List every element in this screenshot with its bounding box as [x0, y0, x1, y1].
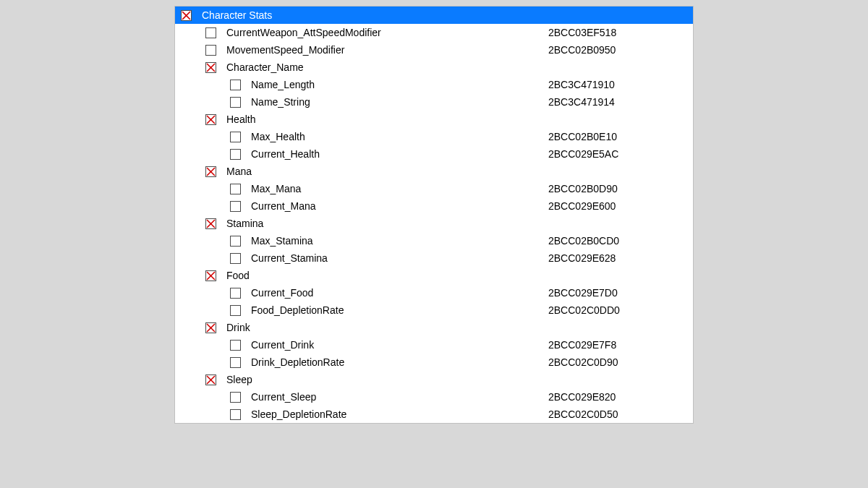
tree-group-row[interactable]: Sleep — [175, 371, 693, 388]
entry-label: MovementSpeed_Modifier — [226, 41, 344, 59]
entry-address: 2BCC029E7D0 — [548, 284, 693, 301]
checkbox-icon[interactable] — [230, 184, 241, 194]
tree-row[interactable]: Name_String 2BC3C471914 — [175, 93, 693, 111]
entry-address: 2BCC02C0D50 — [548, 406, 693, 423]
entry-address: 2BCC03EF518 — [548, 24, 693, 41]
checkbox-icon[interactable] — [205, 218, 216, 229]
tree-row[interactable]: Current_Food 2BCC029E7D0 — [175, 284, 693, 301]
entry-label: Current_Sleep — [251, 388, 316, 406]
tree-row[interactable]: Sleep_DepletionRate 2BCC02C0D50 — [175, 406, 693, 423]
group-label: Character_Name — [226, 59, 304, 76]
entry-address: 2BC3C471910 — [548, 76, 693, 93]
tree-root-label: Character Stats — [202, 7, 272, 24]
tree-row[interactable]: Food_DepletionRate 2BCC02C0DD0 — [175, 301, 693, 319]
tree-row[interactable]: Drink_DepletionRate 2BCC02C0D90 — [175, 354, 693, 371]
entry-label: Name_String — [251, 93, 310, 111]
checkbox-icon[interactable] — [230, 392, 241, 403]
tree-row[interactable]: Name_Length 2BC3C471910 — [175, 76, 693, 93]
checkbox-icon[interactable] — [181, 10, 192, 21]
entry-address: 2BCC02B0E10 — [548, 128, 693, 145]
tree-row[interactable]: Current_Drink 2BCC029E7F8 — [175, 336, 693, 354]
entry-address: 2BCC02B0D90 — [548, 180, 693, 197]
entry-address: 2BCC02B0CD0 — [548, 232, 693, 249]
entry-address: 2BCC02C0DD0 — [548, 301, 693, 319]
checkbox-icon[interactable] — [230, 149, 241, 160]
tree-row[interactable]: Max_Stamina 2BCC02B0CD0 — [175, 232, 693, 249]
checkbox-icon[interactable] — [230, 305, 241, 316]
tree-group-row[interactable]: Food — [175, 267, 693, 284]
entry-label: Name_Length — [251, 76, 315, 93]
entry-address: 2BCC029E5AC — [548, 145, 693, 163]
entry-label: Max_Health — [251, 128, 305, 145]
entry-address: 2BCC029E628 — [548, 249, 693, 267]
tree-row[interactable]: Current_Mana 2BCC029E600 — [175, 197, 693, 215]
checkbox-icon[interactable] — [230, 253, 241, 264]
tree-group-row[interactable]: Stamina — [175, 215, 693, 232]
entry-address: 2BC3C471914 — [548, 93, 693, 111]
entry-address: 2BCC02C0D90 — [548, 354, 693, 371]
checkbox-icon[interactable] — [230, 132, 241, 142]
group-label: Food — [226, 267, 250, 284]
tree-group-row[interactable]: Character_Name — [175, 59, 693, 76]
group-label: Mana — [226, 163, 252, 180]
checkbox-icon[interactable] — [205, 114, 216, 125]
tree-row[interactable]: Max_Health 2BCC02B0E10 — [175, 128, 693, 145]
entry-address: 2BCC029E7F8 — [548, 336, 693, 354]
group-label: Drink — [226, 319, 250, 336]
entry-label: Max_Mana — [251, 180, 301, 197]
tree-row[interactable]: Current_Sleep 2BCC029E820 — [175, 388, 693, 406]
checkbox-icon[interactable] — [205, 322, 216, 333]
entry-label: Sleep_DepletionRate — [251, 406, 346, 423]
tree-row[interactable]: Max_Mana 2BCC02B0D90 — [175, 180, 693, 197]
checkbox-icon[interactable] — [205, 45, 216, 56]
checkbox-icon[interactable] — [230, 201, 241, 212]
entry-label: Max_Stamina — [251, 232, 313, 249]
tree-group-row[interactable]: Health — [175, 111, 693, 128]
group-label: Stamina — [226, 215, 263, 232]
checkbox-icon[interactable] — [230, 97, 241, 108]
checkbox-icon[interactable] — [205, 374, 216, 385]
tree-row[interactable]: CurrentWeapon_AttSpeedModifier 2BCC03EF5… — [175, 24, 693, 41]
checkbox-icon[interactable] — [205, 166, 216, 177]
entry-label: Current_Food — [251, 284, 313, 301]
tree-panel: Character Stats CurrentWeapon_AttSpeedMo… — [174, 6, 694, 424]
group-label: Sleep — [226, 371, 252, 388]
tree-row[interactable]: Current_Stamina 2BCC029E628 — [175, 249, 693, 267]
entry-label: Current_Stamina — [251, 249, 328, 267]
entry-label: Current_Mana — [251, 197, 316, 215]
checkbox-icon[interactable] — [230, 340, 241, 351]
checkbox-icon[interactable] — [230, 236, 241, 247]
checkbox-icon[interactable] — [230, 357, 241, 368]
checkbox-icon[interactable] — [205, 62, 216, 73]
checkbox-icon[interactable] — [230, 288, 241, 299]
entry-label: CurrentWeapon_AttSpeedModifier — [226, 24, 381, 41]
tree-row[interactable]: Current_Health 2BCC029E5AC — [175, 145, 693, 163]
group-label: Health — [226, 111, 255, 128]
checkbox-icon[interactable] — [230, 409, 241, 420]
entry-address: 2BCC029E820 — [548, 388, 693, 406]
tree-group-row[interactable]: Drink — [175, 319, 693, 336]
entry-label: Current_Health — [251, 145, 320, 163]
entry-label: Food_DepletionRate — [251, 301, 344, 319]
tree-group-row[interactable]: Mana — [175, 163, 693, 180]
entry-address: 2BCC029E600 — [548, 197, 693, 215]
tree-row[interactable]: MovementSpeed_Modifier 2BCC02B0950 — [175, 41, 693, 59]
entry-label: Current_Drink — [251, 336, 314, 354]
tree-root-row[interactable]: Character Stats — [175, 7, 693, 24]
entry-label: Drink_DepletionRate — [251, 354, 344, 371]
entry-address: 2BCC02B0950 — [548, 41, 693, 59]
checkbox-icon[interactable] — [230, 80, 241, 90]
checkbox-icon[interactable] — [205, 270, 216, 281]
checkbox-icon[interactable] — [205, 27, 216, 38]
